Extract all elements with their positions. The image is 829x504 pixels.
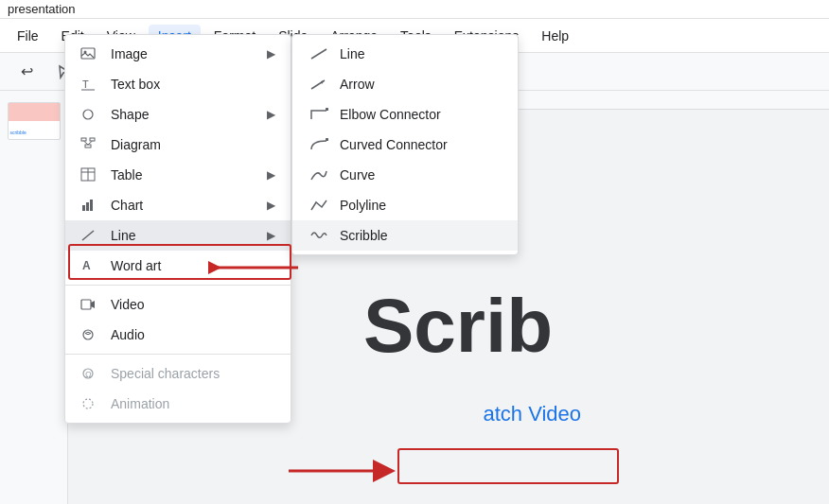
menu-divider-2	[65, 354, 291, 355]
svg-line-11	[88, 141, 93, 145]
line-submenu: Line Arrow Elbow Connector Curved Connec…	[291, 34, 519, 255]
insert-animation[interactable]: Animation	[65, 389, 291, 419]
insert-chart[interactable]: Chart ▶	[65, 190, 291, 220]
line-submenu-scribble-label: Scribble	[340, 228, 388, 243]
insert-shape[interactable]: Shape ▶	[65, 99, 291, 130]
insert-wordart[interactable]: A Word art	[65, 251, 291, 281]
svg-point-24	[83, 399, 93, 408]
insert-image-label: Image	[111, 46, 148, 61]
line-submenu-curved-connector-label: Curved Connector	[340, 137, 448, 152]
insert-special-chars[interactable]: Ω Special characters	[65, 358, 291, 389]
line-submenu-line[interactable]: Line	[292, 39, 518, 69]
animation-icon	[80, 396, 99, 411]
insert-diagram-label: Diagram	[111, 137, 161, 152]
insert-special-chars-label: Special characters	[111, 366, 220, 381]
svg-rect-17	[90, 200, 93, 211]
presentation-title: presentation	[8, 2, 76, 16]
slide-thumb-1[interactable]: scribble	[8, 102, 61, 140]
menu-help[interactable]: Help	[532, 25, 578, 47]
line-submenu-curve[interactable]: Curve	[292, 160, 518, 190]
table-icon	[80, 167, 99, 182]
insert-line[interactable]: Line ▶	[65, 220, 291, 251]
insert-line-label: Line	[111, 228, 135, 243]
svg-rect-16	[86, 202, 89, 211]
line-submenu-arrow-label: Arrow	[340, 77, 375, 92]
svg-rect-27	[326, 108, 328, 111]
line-submenu-line-label: Line	[340, 46, 364, 61]
svg-text:Ω: Ω	[85, 370, 92, 379]
svg-rect-28	[326, 138, 328, 141]
slide-big-text: Scrib	[363, 284, 553, 368]
table-arrow: ▶	[267, 168, 275, 182]
svg-line-25	[311, 49, 326, 59]
svg-text:A: A	[82, 259, 91, 272]
diagram-icon	[80, 137, 99, 152]
slide-label-1: scribble	[10, 130, 26, 135]
polyline-sub-icon	[308, 198, 330, 213]
insert-image[interactable]: Image ▶	[65, 39, 291, 69]
shape-icon	[80, 107, 99, 122]
insert-textbox[interactable]: T Text box	[65, 69, 291, 99]
curve-sub-icon	[308, 167, 330, 182]
svg-rect-20	[81, 300, 91, 309]
special-chars-icon: Ω	[80, 366, 99, 381]
line-arrow: ▶	[267, 229, 275, 242]
svg-text:T: T	[82, 78, 89, 90]
insert-video[interactable]: Video	[65, 289, 291, 320]
svg-line-18	[82, 231, 94, 240]
video-icon	[80, 297, 99, 312]
insert-textbox-label: Text box	[111, 77, 160, 92]
textbox-icon: T	[80, 77, 99, 92]
title-bar: presentation	[0, 0, 829, 19]
menu-file[interactable]: File	[8, 25, 48, 47]
line-submenu-curved-connector[interactable]: Curved Connector	[292, 130, 518, 160]
insert-wordart-label: Word art	[111, 258, 161, 273]
insert-video-label: Video	[111, 297, 145, 312]
insert-table-label: Table	[111, 167, 142, 182]
svg-rect-15	[82, 205, 85, 211]
line-submenu-elbow[interactable]: Elbow Connector	[292, 99, 518, 130]
undo-button[interactable]: ↩	[11, 57, 42, 87]
audio-icon	[80, 327, 99, 342]
svg-rect-7	[81, 138, 86, 141]
line-sub-icon	[308, 46, 330, 61]
arrow-sub-icon	[308, 77, 330, 92]
line-submenu-curve-label: Curve	[340, 167, 375, 182]
insert-diagram[interactable]: Diagram	[65, 130, 291, 160]
insert-chart-label: Chart	[111, 198, 143, 213]
line-submenu-arrow[interactable]: Arrow	[292, 69, 518, 99]
image-icon	[80, 46, 99, 61]
svg-point-6	[83, 110, 93, 119]
svg-rect-8	[90, 138, 95, 141]
watch-video-text: atch Video	[483, 402, 581, 426]
image-arrow: ▶	[267, 47, 275, 61]
svg-line-10	[84, 141, 89, 145]
svg-rect-9	[85, 145, 91, 148]
insert-table[interactable]: Table ▶	[65, 160, 291, 190]
chart-icon	[80, 198, 99, 213]
insert-dropdown: Image ▶ T Text box Shape ▶ Diagram Table…	[64, 34, 291, 424]
chart-arrow: ▶	[267, 199, 275, 212]
insert-audio-label: Audio	[111, 327, 145, 342]
insert-audio[interactable]: Audio	[65, 320, 291, 350]
watch-video-link[interactable]: atch Video	[483, 402, 581, 426]
line-submenu-polyline-label: Polyline	[340, 198, 386, 213]
elbow-sub-icon	[308, 107, 330, 122]
line-submenu-elbow-label: Elbow Connector	[340, 107, 441, 122]
line-icon	[80, 228, 99, 243]
insert-animation-label: Animation	[111, 396, 169, 411]
slides-panel: scribble	[0, 91, 68, 504]
scribble-sub-icon	[308, 228, 330, 243]
menu-divider-1	[65, 285, 291, 286]
wordart-icon: A	[80, 258, 99, 273]
line-submenu-polyline[interactable]: Polyline	[292, 190, 518, 220]
insert-shape-label: Shape	[111, 107, 149, 122]
shape-arrow: ▶	[267, 108, 275, 121]
curved-connector-sub-icon	[308, 137, 330, 152]
line-submenu-scribble[interactable]: Scribble	[292, 220, 518, 251]
